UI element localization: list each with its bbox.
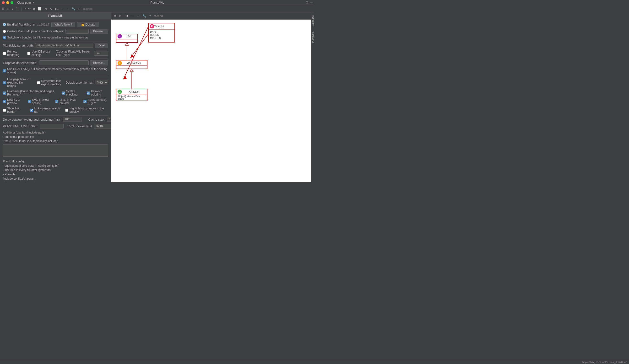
grammar-option[interactable]: Grammar (Go to Declaration/Usages, Renam…	[3, 90, 58, 96]
toolbar-forward[interactable]: ↻	[49, 7, 53, 11]
minimize-icon[interactable]: ─	[311, 1, 313, 4]
toolbar-cached: cached	[83, 7, 93, 10]
switch-bundled-row: Switch to a bundled jar if it was update…	[3, 36, 108, 39]
toolbar-back[interactable]: ↺	[44, 7, 48, 11]
show-link-border-checkbox[interactable]	[3, 109, 6, 112]
preview-forward[interactable]: →	[136, 14, 141, 18]
toolbar-grid[interactable]: ⊞	[6, 7, 10, 11]
close-button[interactable]	[2, 1, 5, 4]
link-opens-search-checkbox[interactable]	[30, 109, 33, 112]
limit-size-input[interactable]	[40, 124, 64, 128]
show-link-border-option[interactable]: Show link border	[3, 107, 25, 114]
preview-settings[interactable]: 🔧	[142, 14, 147, 18]
sidebar-tab-database[interactable]: Database	[311, 13, 315, 28]
tab-class-puml[interactable]: Class.puml ✕	[15, 0, 37, 5]
links-png-option[interactable]: Links in PNG preview	[55, 98, 79, 105]
cache-size-input[interactable]	[107, 117, 111, 122]
toolbar-sep-2	[43, 7, 43, 11]
svg-text:List: List	[126, 35, 131, 38]
svg-text:size(): size()	[118, 98, 124, 100]
bundled-radio[interactable]	[3, 23, 6, 26]
custom-jar-browse-button[interactable]: Browse...	[90, 29, 108, 34]
toolbar-zoom-fit[interactable]: 1:1	[54, 7, 60, 11]
custom-jar-option[interactable]: Custom PlantUML jar or a directory with …	[3, 30, 64, 33]
toolbar-undo[interactable]: ↩	[22, 7, 27, 11]
switch-bundled-checkbox[interactable]	[3, 36, 6, 39]
copy-link-label: 'Copy as PlantUML Server link' - type:	[56, 50, 93, 57]
preview-zoom-out[interactable]: ⊖	[118, 14, 122, 18]
bundled-jar-row: Bundled PlantUML jar v1.2021.7 What's Ne…	[3, 22, 108, 27]
maximize-button[interactable]	[10, 1, 13, 4]
use-graphviz-option[interactable]: Use GRAPHVIZ_DOT system/env property pre…	[3, 67, 108, 74]
keyword-coloring-option[interactable]: Keyword coloring	[87, 90, 108, 96]
svg-scaling-option[interactable]: SVG preview scaling	[28, 98, 51, 105]
window-controls: Class.puml ✕	[2, 0, 37, 5]
svg-marker-26	[125, 42, 129, 45]
preview-zoom-in[interactable]: ⊕	[113, 14, 117, 18]
remote-rendering-checkbox[interactable]	[3, 52, 6, 55]
graphviz-path-input[interactable]	[39, 60, 89, 65]
preview-back[interactable]: ←	[130, 14, 135, 18]
minimize-button[interactable]	[6, 1, 9, 4]
reset-button[interactable]: Reset	[95, 43, 108, 48]
toolbar-redo[interactable]: ↪	[27, 7, 31, 11]
bundled-jar-option[interactable]: Bundled PlantUML jar	[3, 23, 35, 26]
page-titles-option[interactable]: Use page titles in exported file names	[3, 78, 32, 88]
toolbar-paste[interactable]: ⬜	[36, 7, 42, 11]
tab-close-icon[interactable]: ✕	[32, 1, 34, 4]
insert-paired-checkbox[interactable]	[83, 100, 87, 103]
toolbar-arrow-right[interactable]: →	[65, 7, 70, 11]
remember-export-checkbox[interactable]	[37, 81, 40, 84]
svg-text:DAYS: DAYS	[150, 31, 157, 33]
copy-link-input[interactable]	[94, 51, 108, 56]
toolbar-help[interactable]: ?	[77, 7, 80, 11]
default-export-select[interactable]: PNG SVG PDF	[95, 80, 108, 85]
svg-preview-limit-input[interactable]	[94, 124, 111, 128]
new-svg-checkbox[interactable]	[3, 100, 6, 103]
config-hint1: - equivalent of cmd param '-config confi…	[3, 164, 59, 167]
syntax-checking-label: Syntax checking	[66, 90, 82, 96]
use-graphviz-checkbox[interactable]	[3, 69, 6, 72]
link-opens-search-option[interactable]: Link opens a search bar	[30, 107, 60, 114]
donate-button[interactable]: 🧑 Donate	[77, 22, 99, 27]
toolbar-square[interactable]: ⬛	[15, 7, 20, 11]
server-path-input[interactable]	[35, 43, 93, 48]
custom-jar-path-input[interactable]	[65, 29, 89, 34]
insert-paired-option[interactable]: Insert paired (), [], {}, ""	[83, 98, 108, 105]
toolbar-copy[interactable]: ⧉	[32, 7, 36, 11]
custom-radio[interactable]	[3, 30, 6, 33]
svg-scaling-checkbox[interactable]	[28, 100, 31, 103]
config-hint4: !include config.skinparam	[3, 177, 35, 180]
toolbar-list[interactable]: ≡	[11, 7, 14, 11]
highlight-occurrences-label: Highlight occurances in the preview	[70, 107, 108, 114]
whats-new-button[interactable]: What's New ?	[51, 22, 75, 27]
links-png-checkbox[interactable]	[55, 100, 58, 103]
syntax-checking-checkbox[interactable]	[62, 92, 65, 95]
limit-size-label: PLANTUML_LIMIT_SIZE	[3, 124, 38, 128]
use-ide-proxy-option[interactable]: Use IDE proxy settings	[27, 50, 53, 57]
sidebar-tab-plantuml[interactable]: PlantUML	[311, 29, 315, 45]
toolbar-arrow-left[interactable]: ←	[60, 7, 65, 11]
syntax-checking-option[interactable]: Syntax checking	[62, 90, 82, 96]
new-svg-option[interactable]: New SVG preview	[3, 98, 24, 105]
highlight-occurrences-checkbox[interactable]	[65, 109, 68, 112]
remember-export-option[interactable]: Remember last export directory	[37, 79, 62, 86]
sep-4	[3, 115, 108, 116]
preview-help[interactable]: ?	[148, 14, 152, 18]
page-titles-checkbox[interactable]	[3, 81, 6, 84]
graphviz-browse-button[interactable]: Browse...	[90, 60, 108, 65]
switch-bundled-option[interactable]: Switch to a bundled jar if it was update…	[3, 36, 88, 39]
remote-rendering-row: Remote rendering Use IDE proxy settings …	[3, 50, 108, 57]
toolbar-wrench[interactable]: 🔧	[71, 7, 76, 11]
settings-icon[interactable]: ⚙	[306, 1, 309, 4]
keyword-coloring-checkbox[interactable]	[87, 92, 90, 95]
sep-3	[3, 76, 108, 76]
remote-rendering-option[interactable]: Remote rendering	[3, 50, 23, 57]
use-ide-proxy-checkbox[interactable]	[27, 52, 30, 55]
include-path-textarea[interactable]	[3, 144, 108, 157]
preview-zoom-fit[interactable]: 1:1	[123, 14, 129, 18]
toolbar-menu[interactable]: ☰	[1, 7, 5, 11]
highlight-occurrences-option[interactable]: Highlight occurances in the preview	[65, 107, 108, 114]
grammar-checkbox[interactable]	[3, 92, 6, 95]
delay-input[interactable]	[63, 117, 82, 122]
